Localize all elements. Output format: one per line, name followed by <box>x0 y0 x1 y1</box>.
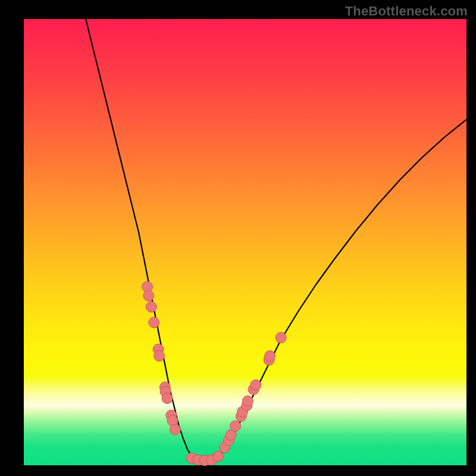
curve-layer <box>24 19 466 465</box>
data-point <box>143 290 154 301</box>
data-point <box>170 424 180 435</box>
data-point <box>162 393 173 404</box>
watermark-text: TheBottleneck.com <box>345 4 468 19</box>
data-point <box>154 350 165 361</box>
plot-area <box>24 19 466 465</box>
data-point <box>242 396 253 406</box>
data-point <box>265 350 275 361</box>
data-point <box>146 302 156 312</box>
data-point <box>149 317 159 328</box>
data-point <box>250 380 261 390</box>
chart-stage: TheBottleneck.com <box>0 0 476 476</box>
bottleneck-curve <box>86 19 466 461</box>
data-point <box>213 451 224 462</box>
data-point <box>275 333 286 343</box>
data-point <box>230 421 241 431</box>
